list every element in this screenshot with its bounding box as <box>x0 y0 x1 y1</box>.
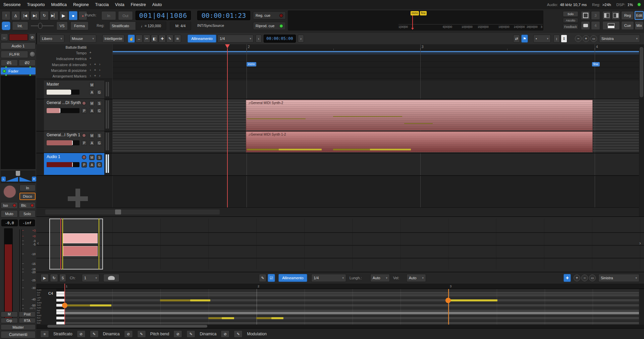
vertical-expand-icon[interactable]: ↕ <box>553 35 560 43</box>
channel-dropdown[interactable]: 1 <box>82 274 99 282</box>
pencil-tool[interactable]: ✎ <box>166 35 173 43</box>
lane-pencil-icon[interactable]: ✎ <box>137 330 146 338</box>
solo-button[interactable]: Solo <box>19 210 36 217</box>
piano-key[interactable] <box>56 322 64 325</box>
nudge-value[interactable]: 00:00:05:00 <box>264 35 296 43</box>
iso-button[interactable]: Iso <box>1 202 18 209</box>
video-icon[interactable] <box>581 21 590 30</box>
meter-display[interactable]: M: 4/4 <box>170 21 191 30</box>
ferma-button[interactable]: Ferma <box>70 21 89 30</box>
trim-tool[interactable]: ↔ <box>136 35 143 43</box>
ruler-control[interactable]: › <box>98 62 102 67</box>
track-m-button[interactable]: M <box>89 82 95 88</box>
ruler-control[interactable]: + <box>93 68 97 72</box>
lane-pencil-icon[interactable]: ✎ <box>234 330 243 338</box>
strip-track-name[interactable]: Audio 1 <box>1 42 36 49</box>
midi-zoom-fit-icon[interactable]: ▭ <box>589 275 596 281</box>
midi-note[interactable] <box>256 317 271 319</box>
return-to-start-button[interactable]: |◀ <box>21 11 30 20</box>
track-color-swatch[interactable] <box>9 34 28 41</box>
midi-note[interactable] <box>65 304 90 306</box>
track-a-button[interactable]: A <box>89 162 95 167</box>
track-a-button[interactable]: A <box>89 90 95 95</box>
marker-chip-inizio[interactable]: inizio <box>247 62 256 66</box>
ruler-control[interactable]: › <box>98 74 102 78</box>
ruler-control[interactable]: ‹ <box>88 74 93 78</box>
piano-key[interactable] <box>56 312 64 314</box>
punch-in-button[interactable]: In <box>101 11 116 20</box>
online-button[interactable]: ▶▏ <box>50 11 58 20</box>
scroll-side-dropdown[interactable]: Sinistra <box>599 35 640 43</box>
track-volume-slider[interactable] <box>47 108 79 113</box>
track-height-dropdown[interactable]: • <box>533 35 551 43</box>
menu-traccia[interactable]: Traccia <box>95 2 109 7</box>
lane-hide-icon[interactable]: ⊘ <box>221 330 229 338</box>
mix-window-button[interactable]: Mix <box>635 21 644 30</box>
midi-note[interactable] <box>190 299 210 301</box>
track-m-button[interactable]: M <box>89 155 95 160</box>
playback-cue-toggle[interactable]: Riprod. cue <box>253 22 286 30</box>
piano-roll-row[interactable] <box>64 299 639 302</box>
undo-mode-button[interactable]: ↩ <box>2 21 10 30</box>
track-a-button[interactable]: A <box>89 140 95 146</box>
piano-roll-row[interactable] <box>64 307 639 309</box>
piano-key[interactable] <box>56 320 64 322</box>
instrument-icon[interactable] <box>103 274 119 282</box>
piano-roll-row[interactable] <box>64 302 639 304</box>
midi-zoom-in-icon[interactable]: + <box>574 275 580 281</box>
midi-solo-button[interactable]: S <box>59 274 66 282</box>
track-g-button[interactable]: G <box>97 90 102 95</box>
zoom-mode-dropdown[interactable]: Libero <box>40 35 64 43</box>
ruler-control[interactable]: + <box>88 51 93 55</box>
piano-key[interactable] <box>56 314 64 317</box>
go-to-end-button[interactable]: ▶| <box>31 11 39 20</box>
midi-target-icon[interactable]: ✚ <box>564 274 571 282</box>
automation-item-fader[interactable]: Fader <box>1 67 36 75</box>
overview-scroll-left-icon[interactable]: ‹ <box>37 240 41 247</box>
lane-pencil-icon[interactable]: ✎ <box>90 330 99 338</box>
cue-window-button[interactable]: Cue <box>621 21 634 30</box>
disco-button[interactable]: Disco <box>19 193 36 200</box>
piano-roll-row[interactable] <box>64 309 639 312</box>
marker-chip-fine[interactable]: fine <box>592 62 600 66</box>
mouse-mode-dropdown[interactable]: Mouse <box>69 35 96 43</box>
session-overview-timeline[interactable]: 1|00|006|00|0010|00|0015|00|0019|00|0024… <box>288 10 543 31</box>
midi-grid-dropdown[interactable]: 1/4 <box>311 274 346 282</box>
midi-note[interactable] <box>449 299 497 301</box>
piano-key[interactable] <box>56 299 64 302</box>
overview-viewport[interactable] <box>49 219 103 270</box>
piano-roll-row[interactable] <box>64 314 639 317</box>
track-g-button[interactable]: G <box>97 108 102 113</box>
midi-note[interactable] <box>90 304 111 306</box>
piano-roll-row[interactable] <box>64 304 639 307</box>
menu-modifica[interactable]: Modifica <box>51 2 67 7</box>
play-button[interactable]: ▶ <box>59 11 68 20</box>
track-header-general-i-synth-1[interactable]: General...I Synth 1MSPAG <box>44 131 104 152</box>
midi-pencil-icon[interactable]: ✎ <box>259 274 266 282</box>
snap-toggle-button[interactable]: Allineamento <box>187 35 216 43</box>
lane-hide-icon[interactable]: ⊘ <box>124 330 133 338</box>
track-volume-slider[interactable] <box>47 162 79 167</box>
counter-4-button[interactable]: 4 <box>591 21 600 30</box>
midi-hscrollbar-thumb[interactable] <box>47 325 207 328</box>
track-s-button[interactable]: S <box>97 101 102 106</box>
midi-scroll-side-dropdown[interactable]: Sinistra <box>598 274 639 282</box>
record-cue-toggle[interactable]: Reg. cue <box>253 11 286 19</box>
rta-button[interactable]: RTA <box>19 318 36 323</box>
lane-master[interactable] <box>112 81 639 99</box>
ascolto-button[interactable]: Ascolto <box>563 18 578 23</box>
midi-play-icon[interactable]: ▶ <box>41 274 49 282</box>
mini-marker-inizio[interactable]: inizio <box>411 11 419 15</box>
transport-slider-handle[interactable] <box>38 23 42 29</box>
comments-button[interactable]: Commenti <box>1 331 36 338</box>
midi-loop-icon[interactable]: ↻ <box>50 274 58 282</box>
piano-roll-row[interactable] <box>64 297 639 299</box>
bottom-panel-layout-icon[interactable] <box>602 21 620 30</box>
lane-audio-1[interactable] <box>112 153 639 176</box>
left-panel-layout-icon[interactable] <box>602 11 611 20</box>
midi-clip[interactable]: ♫General MIDI Synth-2 <box>246 100 593 131</box>
timecode-counter[interactable]: 00:00:01:23 <box>197 11 250 20</box>
zoom-in-icon[interactable]: + <box>583 35 589 42</box>
phase-1-button[interactable]: Ø1 <box>1 59 18 66</box>
mini-marker-fine[interactable]: fine <box>420 11 427 15</box>
